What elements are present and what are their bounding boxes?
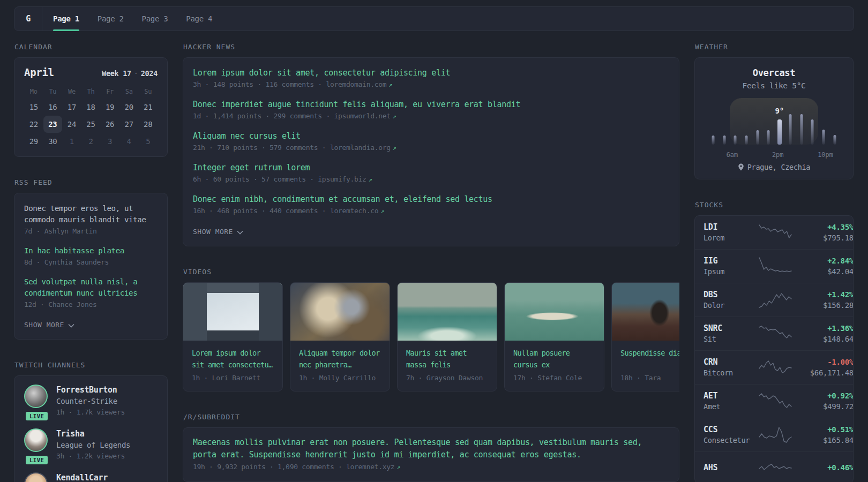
calendar-day: 18: [81, 99, 101, 116]
twitch-channel-game: Counter-Strike: [56, 396, 125, 407]
video-card[interactable]: Aliquam tempor dolor nec pharetra… 1h · …: [290, 282, 390, 391]
nav-tab-2[interactable]: Page 2: [98, 7, 124, 31]
subreddit-post-title[interactable]: Maecenas mollis pulvinar erat non posuer…: [193, 436, 669, 461]
rss-show-more-button[interactable]: SHOW MORE: [24, 320, 74, 329]
location-pin-icon: [738, 163, 744, 171]
stock-change: +2.84%: [798, 255, 854, 267]
stock-row[interactable]: CRN Bitcorn -1.00% $66,171.48: [695, 350, 853, 384]
rss-item: Donec tempor eros leo, ut commodo mauris…: [24, 203, 158, 237]
twitch-channel-name: ForrestBurton: [56, 385, 125, 396]
twitch-channel-row[interactable]: LIVE Trisha League of Legends 3h · 1.2k …: [24, 428, 158, 462]
subreddit-post: Maecenas mollis pulvinar erat non posuer…: [193, 436, 669, 473]
app-logo[interactable]: G: [14, 7, 42, 31]
weather-widget: Overcast Feels like 5°C 9°: [694, 57, 854, 179]
stock-symbol: LDI: [704, 222, 753, 233]
stock-list: LDI Lorem +4.35% $795.18 IIG Ipsum +2.84…: [695, 216, 853, 482]
stock-row[interactable]: IIG Ipsum +2.84% $42.04: [695, 249, 853, 283]
weather-bar: [767, 130, 770, 145]
twitch-channel-info: Trisha League of Legends 3h · 1.2k viewe…: [56, 428, 130, 462]
stock-sparkline-wrap: [758, 257, 792, 276]
hackernews-item-title[interactable]: Aliquam nec cursus elit: [193, 131, 669, 142]
stock-row[interactable]: LDI Lorem +4.35% $795.18: [695, 216, 853, 249]
hackernews-show-more-button[interactable]: SHOW MORE: [193, 227, 243, 236]
twitch-channel-info: ForrestBurton Counter-Strike 1h · 1.7k v…: [56, 385, 125, 418]
section-title-stocks: STOCKS: [695, 201, 854, 209]
stock-row[interactable]: DBS Dolor +1.42% $156.28: [695, 283, 853, 317]
weather-current-temp: 9°: [775, 107, 784, 115]
weather-bar: [723, 135, 725, 145]
stock-id: IIG Ipsum: [704, 255, 753, 277]
top-nav: G Page 1Page 2Page 3Page 4: [14, 6, 854, 31]
stock-change: +1.36%: [798, 323, 854, 334]
section-title-subreddit: /R/SUBREDDIT: [183, 413, 679, 421]
external-link-icon[interactable]: ↗: [380, 207, 384, 215]
rss-widget: Donec tempor eros leo, ut commodo mauris…: [14, 193, 168, 340]
nav-tab-1[interactable]: Page 1: [53, 7, 79, 31]
calendar-weekday: Su: [138, 85, 158, 99]
nav-tab-4[interactable]: Page 4: [186, 7, 212, 31]
page-tabs: Page 1Page 2Page 3Page 4: [42, 7, 212, 31]
calendar-day-selected: 23: [43, 116, 63, 133]
weather-time-label: [738, 150, 749, 159]
calendar-day: 15: [24, 99, 43, 116]
nav-tab-3[interactable]: Page 3: [142, 7, 168, 31]
stock-price: $156.28: [798, 300, 854, 311]
hackernews-item-title[interactable]: Lorem ipsum dolor sit amet, consectetur …: [193, 67, 669, 79]
calendar-day: 19: [100, 99, 119, 116]
twitch-channel-row[interactable]: LIVE ForrestBurton Counter-Strike 1h · 1…: [24, 385, 158, 418]
video-title: Mauris sit amet massa felis: [406, 347, 488, 371]
external-link-icon[interactable]: ↗: [388, 81, 392, 88]
video-card[interactable]: Mauris sit amet massa felis 7h · Grayson…: [397, 282, 497, 391]
weather-time-label: [704, 150, 715, 159]
twitch-channel-meta: 3h · 1.2k viewers: [56, 451, 130, 462]
twitch-avatar-wrap: [24, 472, 49, 482]
stock-row[interactable]: AET Amet +0.92% $499.72: [695, 384, 853, 418]
video-card[interactable]: Nullam posuere cursus ex 17h · Stefan Co…: [504, 282, 604, 391]
video-meta: 1h · Lori Barnett: [192, 373, 274, 383]
hackernews-item-title[interactable]: Integer eget rutrum lorem: [193, 162, 669, 174]
chevron-down-icon: [68, 323, 74, 328]
external-link-icon[interactable]: ↗: [393, 112, 396, 120]
calendar-day: 22: [24, 116, 43, 133]
section-title-weather: WEATHER: [695, 43, 854, 51]
calendar-day: 26: [100, 116, 119, 133]
external-link-icon[interactable]: ↗: [396, 463, 400, 471]
weather-condition: Overcast: [704, 66, 844, 79]
calendar-day: 2: [81, 133, 101, 150]
rss-item-title[interactable]: Donec tempor eros leo, ut commodo mauris…: [24, 203, 158, 225]
stock-id: AHS: [704, 462, 753, 473]
hackernews-item-title[interactable]: Donec imperdiet augue tincidunt felis al…: [193, 99, 669, 110]
stock-values: +0.46%: [798, 462, 854, 473]
rss-item-title[interactable]: Sed volutpat nulla nisl, a condimentum n…: [24, 276, 158, 299]
weather-hour-slot: [763, 98, 774, 145]
stock-sparkline-wrap: [758, 425, 792, 445]
weather-hourly-chart: 9°: [708, 98, 840, 149]
hackernews-section: HACKER NEWS Lorem ipsum dolor sit amet, …: [183, 43, 679, 246]
middle-column: HACKER NEWS Lorem ipsum dolor sit amet, …: [183, 43, 679, 482]
external-link-icon[interactable]: ↗: [393, 144, 396, 152]
avatar: [24, 472, 48, 482]
weather-hour-slot: [829, 98, 840, 145]
twitch-channel-row[interactable]: KendallCarr: [24, 472, 158, 482]
external-link-icon[interactable]: ↗: [369, 176, 372, 183]
left-column: CALENDAR April Week 17·2024 MoTuWeThFrSa…: [14, 43, 168, 482]
calendar-day: 30: [43, 133, 63, 150]
rss-item-meta: 8d · Cynthia Saunders: [24, 257, 158, 268]
dashboard-page: G Page 1Page 2Page 3Page 4 CALENDAR Apri…: [0, 0, 868, 482]
stock-row[interactable]: CCS Consectetur +0.51% $165.84: [695, 418, 853, 451]
calendar-header: April Week 17·2024: [24, 66, 158, 78]
stock-change: +1.42%: [798, 289, 854, 300]
video-card[interactable]: Lorem ipsum dolor sit amet consectetu… 1…: [183, 282, 283, 391]
hackernews-item-meta: 1d · 1,414 points · 299 comments · ipsum…: [193, 110, 669, 122]
stock-row[interactable]: AHS +0.46%: [695, 451, 853, 482]
rss-item-title[interactable]: In hac habitasse platea: [24, 245, 158, 257]
avatar: [24, 428, 48, 452]
video-thumbnail: [398, 283, 497, 341]
rss-item: In hac habitasse platea 8d · Cynthia Sau…: [24, 245, 158, 268]
hackernews-item-title[interactable]: Donec enim nibh, condimentum et accumsan…: [193, 194, 669, 205]
weather-bar: [811, 119, 814, 145]
calendar-widget: April Week 17·2024 MoTuWeThFrSaSu 151617…: [14, 57, 168, 157]
video-card[interactable]: Suspendisse diam 18h · Tara: [611, 282, 679, 391]
stock-symbol: IIG: [704, 255, 753, 267]
stock-row[interactable]: SNRC Sit +1.36% $148.64: [695, 317, 853, 350]
